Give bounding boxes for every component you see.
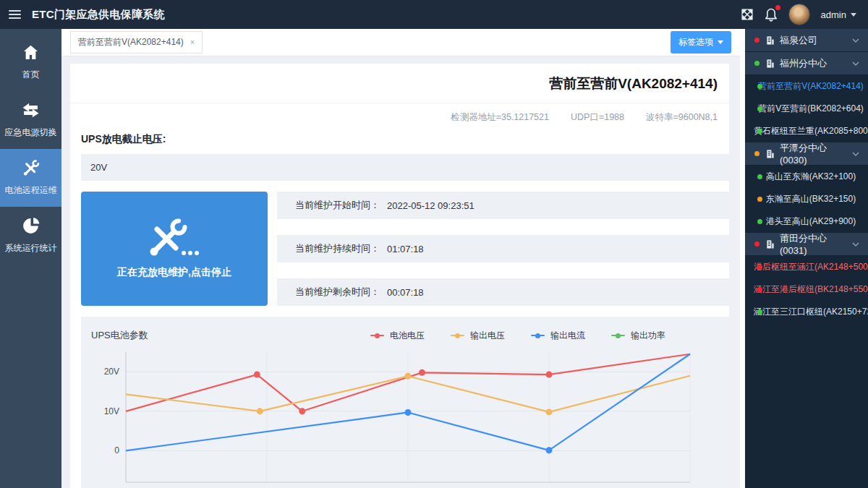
legend-label: 输出电流 <box>550 330 585 342</box>
svg-text:10V: 10V <box>104 406 119 416</box>
tree-leaf[interactable]: 涵江至港后枢纽(BK2148+550) <box>745 278 868 301</box>
maintenance-info-row: 当前维护开始时间：2022-05-12 09:23:51 <box>277 192 729 219</box>
meta-item: UDP口=1988 <box>571 112 624 122</box>
status-dot <box>754 241 760 247</box>
legend-marker-icon <box>370 335 384 336</box>
info-row-label: 当前维护开始时间： <box>295 199 380 212</box>
building-icon <box>765 35 775 46</box>
hamburger-menu-icon[interactable] <box>9 10 21 19</box>
tree-leaf-label: 高山至东瀚(AK32+100) <box>745 171 868 183</box>
username: admin <box>821 9 846 20</box>
legend-item[interactable]: 输出电流 <box>531 330 585 342</box>
tree-leaf-label: 港后枢纽至涵江(AK2148+500) <box>745 261 868 273</box>
tree-leaf[interactable]: 东瀚至高山(BK32+150) <box>745 188 868 210</box>
chart-title: UPS电池参数 <box>91 329 148 342</box>
line-chart: 20V10V01h2h3h时间（小时） <box>91 345 719 488</box>
tree-group-label: 平潭分中心(0030) <box>780 142 852 166</box>
legend-marker-icon <box>531 335 545 336</box>
status-dot <box>757 287 762 292</box>
tree-leaf[interactable]: 营前至营前V(AK2082+414) <box>745 75 868 98</box>
status-dot <box>757 197 762 202</box>
chevron-down-icon[interactable] <box>852 38 859 43</box>
tree-leaf-label: 东瀚至高山(BK32+150) <box>745 193 868 205</box>
avatar[interactable] <box>788 4 810 25</box>
tree-group-label: 福泉公司 <box>780 34 817 47</box>
chevron-down-icon[interactable] <box>852 61 859 66</box>
tree-leaf[interactable]: 港后枢纽至涵江(AK2148+500) <box>745 256 868 278</box>
tree-leaf-label: 黄石枢纽至兰重(AK2085+800) <box>745 125 868 137</box>
status-dot <box>754 61 760 66</box>
tree-leaf[interactable]: 港头至高山(AK29+900) <box>745 210 868 233</box>
sidebar-item-swap[interactable]: 应急电源切换 <box>0 91 61 149</box>
tab-active[interactable]: 营前至营前V(AK2082+414) × <box>70 31 203 53</box>
scrollbar-track[interactable] <box>740 56 745 488</box>
notification-dot <box>775 5 780 10</box>
maintenance-stop-button[interactable]: 正在充放电维护,点击停止 <box>81 192 268 306</box>
info-row-value: 2022-05-12 09:23:51 <box>387 200 475 211</box>
tree-group[interactable]: 福州分中心 <box>745 52 868 75</box>
svg-text:0: 0 <box>114 445 119 455</box>
legend-marker-icon <box>611 335 625 336</box>
sidebar-item-home[interactable]: 首页 <box>0 33 61 91</box>
wrench-tools-icon <box>143 218 205 262</box>
legend-item[interactable]: 输出电压 <box>451 330 505 342</box>
top-navbar: ETC门架应急供电保障系统 adm <box>0 0 868 29</box>
home-icon <box>22 43 40 61</box>
tree-leaf-label: 涵江至港后枢纽(BK2148+550) <box>745 283 868 296</box>
tree-leaf-label: 营前至营前V(AK2082+414) <box>745 80 868 93</box>
user-menu[interactable]: admin <box>821 9 856 20</box>
main-area: 营前至营前V(AK2082+414) × 标签选项 营前至营前V(AK2082+… <box>61 29 745 488</box>
tree-group[interactable]: 平潭分中心(0030) <box>745 142 868 166</box>
content-scroll-area: 营前至营前V(AK2082+414) 检测器地址=35.1217521UDP口=… <box>61 56 745 488</box>
status-dot <box>757 84 762 89</box>
ups-cutoff-label: UPS放电截止电压: <box>70 124 729 154</box>
device-meta-row: 检测器地址=35.1217521UDP口=1988波特率=9600N8,1 <box>70 103 729 124</box>
sidebar-item-wrench[interactable]: 电池远程运维 <box>0 149 61 207</box>
chevron-down-icon[interactable] <box>852 242 859 247</box>
legend-label: 电池电压 <box>390 330 425 342</box>
ups-chart-panel: UPS电池参数 电池电压输出电压输出电流输出功率 20V10V01h2h3h时间… <box>81 317 729 488</box>
pie-icon <box>22 217 40 235</box>
legend-item[interactable]: 输出功率 <box>611 330 665 342</box>
status-dot <box>754 151 760 156</box>
fullscreen-icon[interactable] <box>741 8 754 21</box>
building-icon <box>765 59 775 69</box>
sidebar-item-label: 应急电源切换 <box>5 127 57 139</box>
tree-leaf[interactable]: 营前V至营前(BK2082+604) <box>745 98 868 120</box>
status-dot <box>757 129 762 134</box>
tree-leaf-label: 营前V至营前(BK2082+604) <box>745 103 868 115</box>
sidebar-item-label: 系统运行统计 <box>5 242 57 254</box>
sidebar-item-pie[interactable]: 系统运行统计 <box>0 207 61 265</box>
app-title: ETC门架应急供电保障系统 <box>32 8 165 22</box>
tree-group[interactable]: 莆田分中心(0031) <box>745 233 868 256</box>
tree-group[interactable]: 福泉公司 <box>745 29 868 52</box>
tree-leaf[interactable]: 涵江至三江口枢纽(AK2150+720) <box>745 301 868 323</box>
svg-text:20V: 20V <box>104 367 119 377</box>
station-tree-sidebar: 福泉公司福州分中心营前至营前V(AK2082+414)营前V至营前(BK2082… <box>745 29 868 488</box>
tree-leaf[interactable]: 黄石枢纽至兰重(AK2085+800) <box>745 120 868 142</box>
tab-bar: 营前至营前V(AK2082+414) × 标签选项 <box>61 29 745 56</box>
chevron-down-icon[interactable] <box>852 152 859 156</box>
chart-legend: 电池电压输出电压输出电流输出功率 <box>370 330 665 342</box>
app-window: ETC门架应急供电保障系统 adm <box>0 0 868 488</box>
meta-item: 检测器地址=35.1217521 <box>451 112 549 122</box>
ups-cutoff-value[interactable]: 20V <box>81 154 729 181</box>
maintenance-info-list: 当前维护开始时间：2022-05-12 09:23:51当前维护持续时间：01:… <box>277 192 729 306</box>
tree-leaf-label: 港头至高山(AK29+900) <box>745 215 868 228</box>
tag-options-button[interactable]: 标签选项 <box>671 31 731 53</box>
tree-leaf[interactable]: 高山至东瀚(AK32+100) <box>745 166 868 188</box>
tab-close-icon[interactable]: × <box>190 38 195 46</box>
status-dot <box>757 174 762 179</box>
legend-label: 输出功率 <box>631 330 665 342</box>
page-title: 营前至营前V(AK2082+414) <box>70 64 729 103</box>
info-row-value: 00:07:18 <box>387 287 424 298</box>
legend-item[interactable]: 电池电压 <box>370 330 425 342</box>
detail-card: 营前至营前V(AK2082+414) 检测器地址=35.1217521UDP口=… <box>70 64 729 488</box>
notifications-bell-icon[interactable] <box>765 7 778 22</box>
swap-icon <box>22 101 40 119</box>
status-dot <box>757 265 762 270</box>
meta-item: 波特率=9600N8,1 <box>646 112 718 122</box>
chevron-down-icon <box>851 13 856 17</box>
status-dot <box>754 38 760 43</box>
status-dot <box>757 106 762 111</box>
